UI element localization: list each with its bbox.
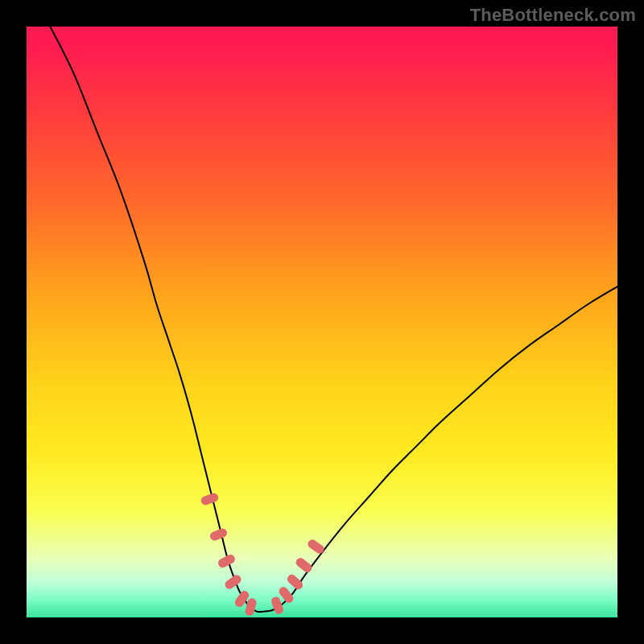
watermark-text: TheBottleneck.com	[470, 5, 636, 26]
curve-layer	[27, 27, 617, 617]
bottleneck-curve	[50, 27, 617, 612]
curve-svg	[27, 27, 617, 617]
plot-area	[27, 27, 617, 617]
stage: TheBottleneck.com	[0, 0, 644, 644]
